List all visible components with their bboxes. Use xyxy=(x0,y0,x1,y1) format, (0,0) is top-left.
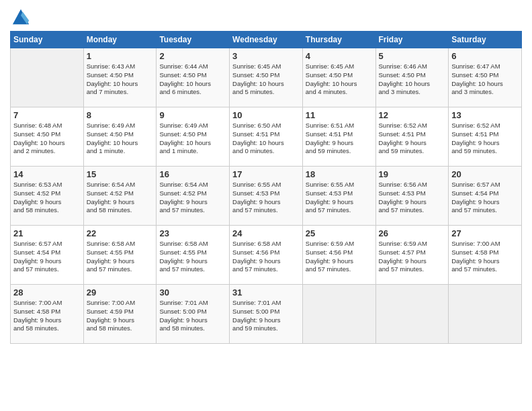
cell-w2-d1: 15Sunrise: 6:54 AM Sunset: 4:52 PM Dayli… xyxy=(83,167,157,226)
day-info: Sunrise: 6:59 AM Sunset: 4:57 PM Dayligh… xyxy=(379,240,446,274)
day-info: Sunrise: 7:00 AM Sunset: 4:58 PM Dayligh… xyxy=(13,299,81,333)
day-number: 12 xyxy=(379,110,446,120)
day-number: 26 xyxy=(379,228,446,238)
day-number: 18 xyxy=(306,169,373,179)
day-info: Sunrise: 6:58 AM Sunset: 4:56 PM Dayligh… xyxy=(232,240,300,274)
cell-w3-d4: 25Sunrise: 6:59 AM Sunset: 4:56 PM Dayli… xyxy=(302,226,375,285)
logo-icon xyxy=(11,7,30,26)
day-number: 13 xyxy=(451,110,519,120)
day-number: 11 xyxy=(306,110,373,120)
cell-w0-d5: 5Sunrise: 6:46 AM Sunset: 4:50 PM Daylig… xyxy=(375,48,449,107)
day-info: Sunrise: 6:45 AM Sunset: 4:50 PM Dayligh… xyxy=(232,62,300,97)
day-number: 2 xyxy=(159,51,226,61)
day-info: Sunrise: 6:57 AM Sunset: 4:54 PM Dayligh… xyxy=(13,240,81,274)
day-info: Sunrise: 6:50 AM Sunset: 4:51 PM Dayligh… xyxy=(232,122,300,156)
day-number: 29 xyxy=(87,287,154,298)
day-info: Sunrise: 7:00 AM Sunset: 4:59 PM Dayligh… xyxy=(87,299,154,333)
day-number: 21 xyxy=(13,228,81,238)
day-info: Sunrise: 6:49 AM Sunset: 4:50 PM Dayligh… xyxy=(87,122,154,156)
day-number: 17 xyxy=(232,169,300,179)
day-info: Sunrise: 6:48 AM Sunset: 4:50 PM Dayligh… xyxy=(13,122,81,156)
day-number: 20 xyxy=(451,169,519,179)
col-header-tuesday: Tuesday xyxy=(157,32,230,48)
day-number: 30 xyxy=(159,287,226,298)
day-number: 3 xyxy=(232,51,300,61)
cell-w2-d4: 18Sunrise: 6:55 AM Sunset: 4:53 PM Dayli… xyxy=(302,167,375,226)
cell-w1-d1: 8Sunrise: 6:49 AM Sunset: 4:50 PM Daylig… xyxy=(83,107,157,167)
cell-w3-d1: 22Sunrise: 6:58 AM Sunset: 4:55 PM Dayli… xyxy=(83,226,157,285)
day-number: 8 xyxy=(87,110,154,120)
day-number: 23 xyxy=(159,228,226,238)
day-number: 19 xyxy=(379,169,446,179)
day-number: 15 xyxy=(87,169,154,179)
cell-w4-d6 xyxy=(449,285,522,344)
day-number: 24 xyxy=(232,228,300,238)
cell-w3-d3: 24Sunrise: 6:58 AM Sunset: 4:56 PM Dayli… xyxy=(230,226,303,285)
col-header-friday: Friday xyxy=(375,32,449,48)
day-info: Sunrise: 6:44 AM Sunset: 4:50 PM Dayligh… xyxy=(159,62,226,97)
logo xyxy=(10,7,30,26)
cell-w2-d6: 20Sunrise: 6:57 AM Sunset: 4:54 PM Dayli… xyxy=(449,167,522,226)
day-info: Sunrise: 6:55 AM Sunset: 4:53 PM Dayligh… xyxy=(232,181,300,215)
cell-w4-d4 xyxy=(302,285,375,344)
cell-w3-d5: 26Sunrise: 6:59 AM Sunset: 4:57 PM Dayli… xyxy=(375,226,449,285)
day-info: Sunrise: 6:46 AM Sunset: 4:50 PM Dayligh… xyxy=(379,62,446,97)
day-info: Sunrise: 6:55 AM Sunset: 4:53 PM Dayligh… xyxy=(306,181,373,215)
day-number: 16 xyxy=(159,169,226,179)
day-info: Sunrise: 6:54 AM Sunset: 4:52 PM Dayligh… xyxy=(87,181,154,215)
day-info: Sunrise: 6:58 AM Sunset: 4:55 PM Dayligh… xyxy=(87,240,154,274)
cell-w1-d0: 7Sunrise: 6:48 AM Sunset: 4:50 PM Daylig… xyxy=(11,107,84,167)
day-info: Sunrise: 6:56 AM Sunset: 4:53 PM Dayligh… xyxy=(379,181,446,215)
day-number: 14 xyxy=(13,169,81,179)
cell-w2-d0: 14Sunrise: 6:53 AM Sunset: 4:52 PM Dayli… xyxy=(11,167,84,226)
col-header-monday: Monday xyxy=(83,32,157,48)
calendar-table: SundayMondayTuesdayWednesdayThursdayFrid… xyxy=(10,31,522,344)
day-info: Sunrise: 6:58 AM Sunset: 4:55 PM Dayligh… xyxy=(159,240,226,274)
cell-w4-d1: 29Sunrise: 7:00 AM Sunset: 4:59 PM Dayli… xyxy=(83,285,157,344)
cell-w0-d2: 2Sunrise: 6:44 AM Sunset: 4:50 PM Daylig… xyxy=(157,48,230,107)
day-number: 5 xyxy=(379,51,446,61)
day-info: Sunrise: 7:00 AM Sunset: 4:58 PM Dayligh… xyxy=(451,240,519,274)
cell-w2-d3: 17Sunrise: 6:55 AM Sunset: 4:53 PM Dayli… xyxy=(230,167,303,226)
cell-w3-d0: 21Sunrise: 6:57 AM Sunset: 4:54 PM Dayli… xyxy=(11,226,84,285)
day-number: 27 xyxy=(451,228,519,238)
day-number: 1 xyxy=(87,51,154,61)
cell-w4-d3: 31Sunrise: 7:01 AM Sunset: 5:00 PM Dayli… xyxy=(230,285,303,344)
cell-w2-d2: 16Sunrise: 6:54 AM Sunset: 4:52 PM Dayli… xyxy=(157,167,230,226)
day-number: 25 xyxy=(306,228,373,238)
day-info: Sunrise: 6:51 AM Sunset: 4:51 PM Dayligh… xyxy=(306,122,373,156)
cell-w1-d6: 13Sunrise: 6:52 AM Sunset: 4:51 PM Dayli… xyxy=(449,107,522,167)
cell-w0-d1: 1Sunrise: 6:43 AM Sunset: 4:50 PM Daylig… xyxy=(83,48,157,107)
day-info: Sunrise: 7:01 AM Sunset: 5:00 PM Dayligh… xyxy=(232,299,300,333)
cell-w0-d3: 3Sunrise: 6:45 AM Sunset: 4:50 PM Daylig… xyxy=(230,48,303,107)
day-number: 22 xyxy=(87,228,154,238)
cell-w4-d5 xyxy=(375,285,449,344)
day-info: Sunrise: 6:49 AM Sunset: 4:50 PM Dayligh… xyxy=(159,122,226,156)
cell-w2-d5: 19Sunrise: 6:56 AM Sunset: 4:53 PM Dayli… xyxy=(375,167,449,226)
day-info: Sunrise: 6:52 AM Sunset: 4:51 PM Dayligh… xyxy=(379,122,446,156)
cell-w0-d6: 6Sunrise: 6:47 AM Sunset: 4:50 PM Daylig… xyxy=(449,48,522,107)
page: SundayMondayTuesdayWednesdayThursdayFrid… xyxy=(0,0,532,411)
cell-w4-d2: 30Sunrise: 7:01 AM Sunset: 5:00 PM Dayli… xyxy=(157,285,230,344)
day-number: 6 xyxy=(451,51,519,61)
cell-w3-d2: 23Sunrise: 6:58 AM Sunset: 4:55 PM Dayli… xyxy=(157,226,230,285)
day-info: Sunrise: 6:59 AM Sunset: 4:56 PM Dayligh… xyxy=(306,240,373,274)
cell-w1-d5: 12Sunrise: 6:52 AM Sunset: 4:51 PM Dayli… xyxy=(375,107,449,167)
day-info: Sunrise: 7:01 AM Sunset: 5:00 PM Dayligh… xyxy=(159,299,226,333)
cell-w3-d6: 27Sunrise: 7:00 AM Sunset: 4:58 PM Dayli… xyxy=(449,226,522,285)
cell-w1-d4: 11Sunrise: 6:51 AM Sunset: 4:51 PM Dayli… xyxy=(302,107,375,167)
day-info: Sunrise: 6:53 AM Sunset: 4:52 PM Dayligh… xyxy=(13,181,81,215)
day-info: Sunrise: 6:47 AM Sunset: 4:50 PM Dayligh… xyxy=(451,62,519,97)
cell-w0-d4: 4Sunrise: 6:45 AM Sunset: 4:50 PM Daylig… xyxy=(302,48,375,107)
col-header-wednesday: Wednesday xyxy=(230,32,303,48)
cell-w4-d0: 28Sunrise: 7:00 AM Sunset: 4:58 PM Dayli… xyxy=(11,285,84,344)
col-header-saturday: Saturday xyxy=(449,32,522,48)
day-number: 10 xyxy=(232,110,300,120)
cell-w1-d2: 9Sunrise: 6:49 AM Sunset: 4:50 PM Daylig… xyxy=(157,107,230,167)
day-info: Sunrise: 6:54 AM Sunset: 4:52 PM Dayligh… xyxy=(159,181,226,215)
cell-w1-d3: 10Sunrise: 6:50 AM Sunset: 4:51 PM Dayli… xyxy=(230,107,303,167)
cell-w0-d0 xyxy=(11,48,84,107)
day-number: 28 xyxy=(13,287,81,298)
day-number: 7 xyxy=(13,110,81,120)
col-header-thursday: Thursday xyxy=(302,32,375,48)
